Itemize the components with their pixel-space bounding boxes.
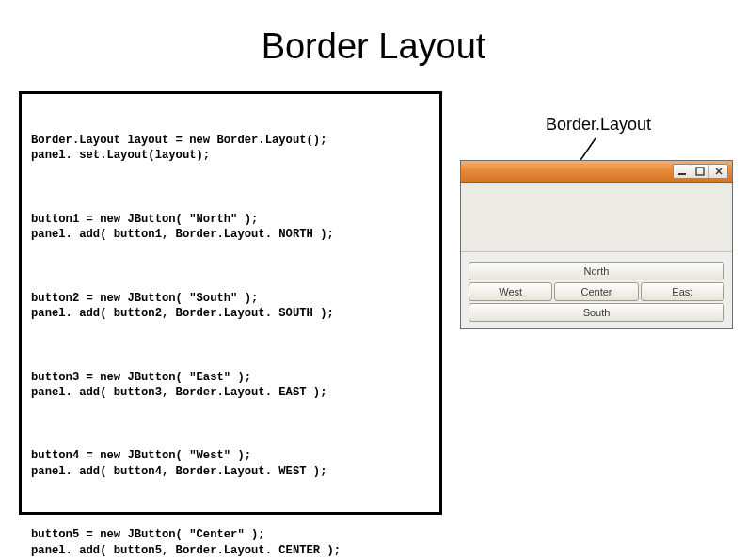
east-button[interactable]: East [641, 282, 724, 301]
window-content: North West Center East South [461, 183, 732, 328]
code-block-6: button5 = new JButton( "Center" ); panel… [31, 527, 430, 558]
west-button[interactable]: West [469, 282, 552, 301]
close-icon [714, 167, 723, 176]
window-titlebar [461, 161, 732, 183]
window-toolbar-area [461, 183, 732, 252]
borderlayout-grid: North West Center East South [469, 262, 724, 321]
svg-rect-2 [696, 168, 704, 175]
code-block-3: button2 = new JButton( "South" ); panel.… [31, 291, 430, 322]
maximize-icon [695, 167, 705, 176]
code-block-5: button4 = new JButton( "West" ); panel. … [31, 448, 430, 479]
south-button[interactable]: South [469, 303, 724, 322]
slide-title: Border Layout [0, 26, 747, 67]
svg-rect-1 [678, 173, 686, 175]
maximize-button[interactable] [691, 165, 709, 178]
annotation-label: Border.Layout [546, 115, 651, 135]
code-block-2: button1 = new JButton( "North" ); panel.… [31, 212, 430, 243]
demo-window: North West Center East South [460, 160, 733, 329]
north-button[interactable]: North [469, 262, 724, 280]
code-block-1: Border.Layout layout = new Border.Layout… [31, 133, 430, 164]
minimize-icon [677, 167, 687, 176]
window-controls [673, 164, 728, 179]
close-button[interactable] [709, 165, 727, 178]
code-panel: Border.Layout layout = new Border.Layout… [19, 91, 442, 515]
minimize-button[interactable] [674, 165, 691, 178]
code-block-4: button3 = new JButton( "East" ); panel. … [31, 370, 430, 401]
center-button[interactable]: Center [554, 282, 638, 301]
